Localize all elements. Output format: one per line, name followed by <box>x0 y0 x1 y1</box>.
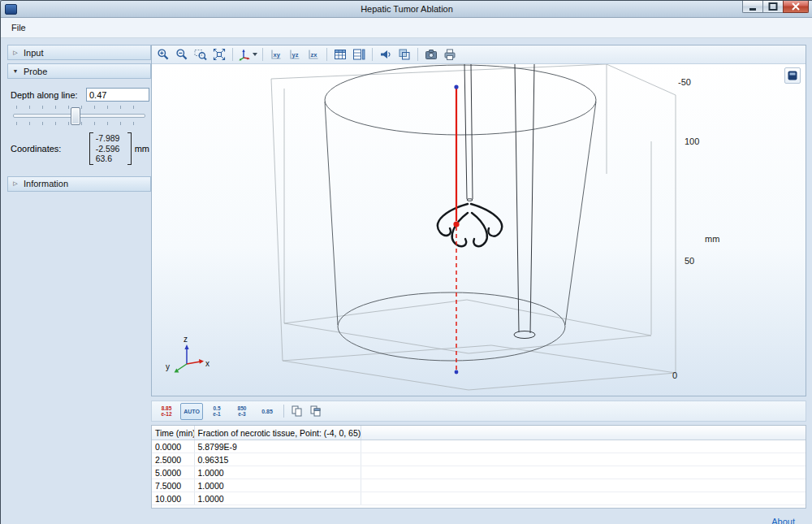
menu-file[interactable]: File <box>6 20 32 35</box>
toolbar-separator <box>417 48 418 61</box>
chevron-right-icon: ▷ <box>12 180 19 187</box>
zoom-extents-icon <box>213 48 226 61</box>
coordinate-y: -2.596 <box>96 144 125 154</box>
col-header-fraction[interactable]: Fraction of necrotic tissue, Point: (-4,… <box>194 426 361 440</box>
content: ▷ Input ▼ Probe Depth along line: <box>1 38 812 524</box>
section-input[interactable]: ▷ Input <box>7 45 151 60</box>
print-icon <box>443 48 456 61</box>
table-header-row: Time (min) Fraction of necrotic tissue, … <box>152 426 806 440</box>
window-controls <box>742 0 809 13</box>
go-to-yz-view-button[interactable]: yz <box>287 46 303 63</box>
print-button[interactable] <box>442 46 458 63</box>
app-window: Hepatic Tumor Ablation File ▷ Input ▼ P <box>0 0 812 524</box>
axis-tick-m50: -50 <box>678 77 691 87</box>
depth-input[interactable] <box>86 88 149 102</box>
electrode-arms <box>438 204 502 246</box>
table-body: 0.00005.8799E-92.50000.963155.00001.0000… <box>152 440 806 505</box>
section-probe[interactable]: ▼ Probe <box>7 63 151 79</box>
table-row[interactable]: 5.00001.0000 <box>152 466 806 479</box>
depth-label: Depth along line: <box>11 90 86 100</box>
orientation-triad: z y x <box>166 335 209 373</box>
time-cell: 2.5000 <box>152 453 194 466</box>
toolbar-separator <box>232 48 233 61</box>
footer: About <box>151 509 806 524</box>
time-cell: 5.0000 <box>152 466 194 479</box>
zx-view-icon: zx <box>307 48 320 61</box>
coordinate-x: -7.989 <box>96 133 125 144</box>
coordinates-vector: -7.989 -2.596 63.6 mm <box>89 132 149 165</box>
zoom-box-button[interactable] <box>192 46 209 63</box>
toolbar-separator <box>372 48 373 61</box>
show-legends-icon <box>352 48 365 61</box>
plot-menu-button[interactable] <box>784 67 801 84</box>
automatic-notation-button[interactable]: AUTO <box>180 403 203 420</box>
results-table: Time (min) Fraction of necrotic tissue, … <box>152 426 806 505</box>
probe-shaft-and-vessel <box>464 64 535 339</box>
engineering-notation-button[interactable]: 850 e-3 <box>231 403 253 420</box>
toolbar-separator <box>326 48 327 61</box>
table-row[interactable]: 2.50000.96315 <box>152 453 806 466</box>
go-to-xy-view-button[interactable]: xy <box>268 46 284 63</box>
copy-table-and-headers-button[interactable] <box>308 403 324 419</box>
empty-cell <box>361 453 806 466</box>
depth-slider[interactable] <box>12 105 146 126</box>
maximize-button[interactable] <box>762 0 783 13</box>
scene-light-icon <box>379 48 392 61</box>
value-cell: 1.0000 <box>194 492 361 505</box>
empty-cell <box>361 466 806 479</box>
time-cell: 0.0000 <box>152 440 194 453</box>
coordinates-label: Coordinates: <box>11 144 89 154</box>
yz-view-icon: yz <box>288 48 301 61</box>
graphics-canvas[interactable]: -50 100 mm 50 0 <box>152 64 806 396</box>
toolbar-separator <box>262 48 263 61</box>
scientific-notation-button[interactable]: 0.5 e-1 <box>205 403 228 420</box>
transparency-icon <box>398 48 411 61</box>
col-header-time[interactable]: Time (min) <box>152 426 194 440</box>
triad-x-label: x <box>205 359 209 368</box>
time-cell: 10.000 <box>152 492 194 505</box>
axis-unit-label: mm <box>705 234 719 244</box>
zoom-extents-button[interactable] <box>211 46 227 63</box>
axis-tick-50: 50 <box>685 256 694 266</box>
probe-section-body: Depth along line: Coordinates: -7.989 <box>7 82 151 170</box>
empty-cell <box>361 479 806 492</box>
table-row[interactable]: 0.00005.8799E-9 <box>152 440 806 453</box>
decimal-notation-button[interactable]: 0.85 <box>256 403 279 420</box>
about-link[interactable]: About <box>771 517 795 524</box>
xy-view-icon: xy <box>270 48 283 61</box>
copy-table-button[interactable] <box>289 403 305 419</box>
plot-group-icon <box>788 71 797 80</box>
close-button[interactable] <box>783 0 809 13</box>
camera-icon <box>425 48 438 61</box>
section-information[interactable]: ▷ Information <box>7 176 151 192</box>
show-grid-icon <box>334 48 347 61</box>
3d-plot[interactable]: -50 100 mm 50 0 <box>152 64 806 396</box>
chevron-down-icon: ▼ <box>12 68 19 74</box>
show-legends-button[interactable] <box>351 46 367 63</box>
svg-text:yz: yz <box>292 51 299 58</box>
image-snapshot-button[interactable] <box>423 46 439 63</box>
go-to-zx-view-button[interactable]: zx <box>305 46 322 63</box>
show-grid-button[interactable] <box>332 46 348 63</box>
menubar: File <box>1 18 812 38</box>
table-row[interactable]: 10.0001.0000 <box>152 492 806 505</box>
bracket-right <box>127 132 132 165</box>
full-precision-button[interactable]: 8.85 e-12 <box>155 403 178 420</box>
zoom-in-button[interactable] <box>155 46 171 63</box>
col-header-empty <box>361 426 806 440</box>
value-cell: 1.0000 <box>194 479 361 492</box>
value-cell: 1.0000 <box>194 466 361 479</box>
transparency-button[interactable] <box>396 46 412 63</box>
chevron-down-icon <box>253 53 257 56</box>
minimize-icon <box>749 2 757 11</box>
table-row[interactable]: 7.50001.0000 <box>152 479 806 492</box>
graphics-toolbar: xy yz zx <box>152 45 806 64</box>
zoom-out-button[interactable] <box>174 46 190 63</box>
axis-tick-labels: -50 100 mm 50 0 <box>672 77 719 380</box>
value-cell: 0.96315 <box>194 453 361 466</box>
scene-light-button[interactable] <box>378 46 394 63</box>
depth-slider-thumb[interactable] <box>71 107 80 125</box>
minimize-button[interactable] <box>742 0 762 13</box>
titlebar[interactable]: Hepatic Tumor Ablation <box>1 1 812 18</box>
go-to-default-view-button[interactable] <box>238 46 257 63</box>
